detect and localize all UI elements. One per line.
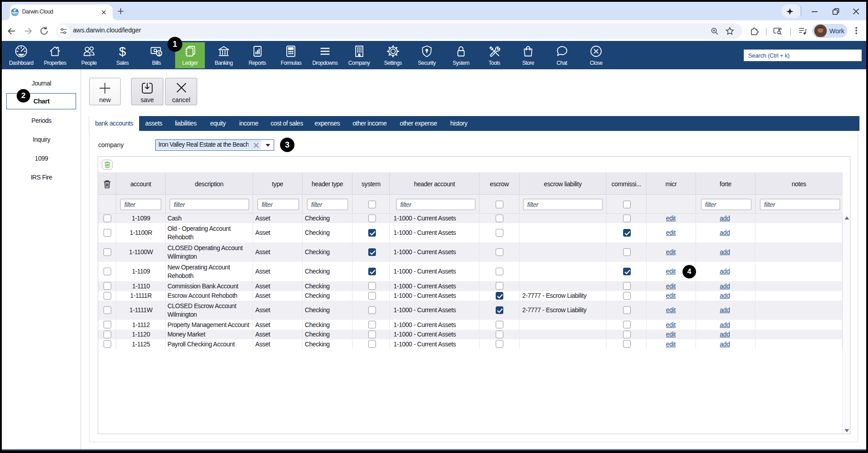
svg-text:$: $: [158, 51, 160, 56]
svg-text:$: $: [119, 45, 126, 58]
